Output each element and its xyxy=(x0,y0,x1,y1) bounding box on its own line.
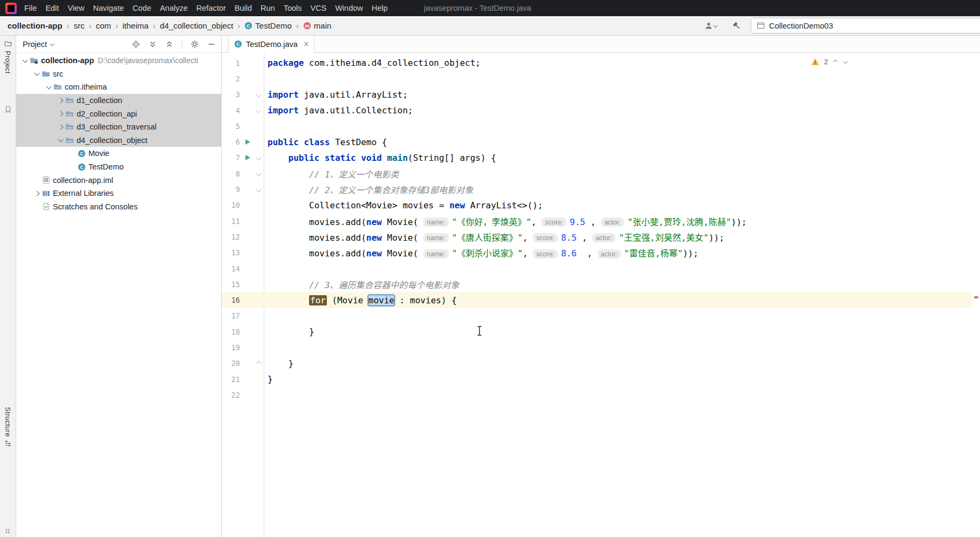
stripe-structure-button[interactable]: Structure xyxy=(0,407,16,447)
stripe-project-button[interactable]: Project xyxy=(0,40,16,74)
error-stripe-scrollbar[interactable] xyxy=(972,53,980,537)
prev-warning-button[interactable] xyxy=(833,59,838,65)
menu-item-edit[interactable]: Edit xyxy=(41,0,63,16)
tree-chevron[interactable] xyxy=(20,59,29,62)
code-text[interactable]: public static void main(String[] args) { xyxy=(264,153,496,163)
next-warning-button[interactable] xyxy=(843,60,848,64)
code-text[interactable]: public class TestDemo { xyxy=(264,137,387,147)
code-text[interactable]: movies.add(new Movie( name:"《唐人街探案》", sc… xyxy=(264,230,724,243)
close-tab-icon[interactable]: × xyxy=(304,40,309,49)
code-text[interactable]: movies.add(new Movie( name:"《刺杀小说家》", sc… xyxy=(264,246,698,259)
code-token: // 2、定义一个集合对象存储3部电影对象 xyxy=(309,185,473,195)
tree-item-src[interactable]: src xyxy=(16,67,221,81)
code-text[interactable]: // 3、遍历集合容器中的每个电影对象 xyxy=(264,278,460,291)
run-gutter[interactable] xyxy=(242,155,253,160)
menu-item-vcs[interactable]: VCS xyxy=(306,0,331,16)
menu-item-help[interactable]: Help xyxy=(367,0,392,16)
code-text[interactable]: } xyxy=(264,358,293,369)
breadcrumb-item-main[interactable]: mmain xyxy=(303,21,332,30)
fold-down-icon xyxy=(256,171,261,176)
breadcrumb-item-src[interactable]: src xyxy=(74,21,85,30)
tree-chevron[interactable] xyxy=(44,86,53,89)
tree-item-d4-collection-object[interactable]: d4_collection_object xyxy=(16,134,221,147)
build-project-button[interactable] xyxy=(732,16,742,36)
code-text[interactable]: for (Movie movie : movies) { xyxy=(264,295,457,305)
tree-item-d3-collection-traversal[interactable]: d3_collection_traversal xyxy=(16,120,221,134)
chevron-right-icon xyxy=(58,124,63,130)
code-token: com.itheima.d4_collection_object; xyxy=(304,58,481,68)
code-text[interactable]: // 2、定义一个集合对象存储3部电影对象 xyxy=(264,183,473,196)
tree-chevron[interactable] xyxy=(56,125,65,129)
tree-item-testdemo[interactable]: CTestDemo xyxy=(16,160,221,174)
tree-chevron[interactable] xyxy=(56,112,65,115)
intellij-logo-icon[interactable] xyxy=(5,3,17,14)
line-number: 5 xyxy=(222,122,242,131)
code-token: , xyxy=(585,217,601,227)
code-token: , xyxy=(523,248,533,259)
run-gutter[interactable] xyxy=(242,139,253,145)
error-stripe-mark[interactable] xyxy=(974,296,978,298)
stripe-grid-icon[interactable] xyxy=(0,528,16,535)
user-menu-button[interactable] xyxy=(704,16,717,36)
run-config-name: CollectionDemo03 xyxy=(769,22,833,30)
run-configuration-select[interactable]: CollectionDemo03 xyxy=(751,18,980,33)
tree-item-d1-collection[interactable]: d1_collection xyxy=(16,94,221,107)
tree-chevron[interactable] xyxy=(56,99,65,103)
editor-body[interactable]: 1package com.itheima.d4_collection_objec… xyxy=(222,53,980,537)
tree-chevron[interactable] xyxy=(32,72,41,75)
breadcrumb-item-d4_collection_object[interactable]: d4_collection_object xyxy=(160,21,233,30)
fold-gutter[interactable] xyxy=(253,172,264,175)
expand-all-button[interactable] xyxy=(148,40,157,49)
tree-item-d2-collection-api[interactable]: d2_collection_api xyxy=(16,107,221,120)
tree-chevron[interactable] xyxy=(32,192,41,195)
code-text[interactable]: Collection<Movie> movies = new ArrayList… xyxy=(264,200,543,210)
menu-item-refactor[interactable]: Refactor xyxy=(192,0,230,16)
code-text[interactable]: import java.util.ArrayList; xyxy=(264,90,408,100)
code-text[interactable]: import java.util.Collection; xyxy=(264,105,413,115)
code-text[interactable]: // 1、定义一个电影类 xyxy=(264,167,399,180)
tree-item-collection-app[interactable]: collection-appD:\code\javasepromax\colle… xyxy=(16,54,221,67)
tab-testdemo-java[interactable]: C TestDemo.java × xyxy=(228,36,314,53)
breadcrumb-item-itheima[interactable]: itheima xyxy=(122,21,148,30)
fold-gutter[interactable] xyxy=(253,93,264,97)
code-text[interactable]: } xyxy=(264,327,314,337)
menu-item-view[interactable]: View xyxy=(63,0,88,16)
collapse-all-button[interactable] xyxy=(165,40,174,49)
settings-button[interactable] xyxy=(190,40,199,49)
code-text[interactable]: movies.add(new Movie( name:"《你好，李焕英》", s… xyxy=(264,215,747,228)
menu-item-window[interactable]: Window xyxy=(331,0,367,16)
code-line-12: 12 movies.add(new Movie( name:"《唐人街探案》",… xyxy=(222,229,972,244)
menu-item-tools[interactable]: Tools xyxy=(279,0,306,16)
menu-item-analyze[interactable]: Analyze xyxy=(155,0,192,16)
breadcrumb-item-collection-app[interactable]: collection-app xyxy=(8,21,63,30)
fold-gutter[interactable] xyxy=(253,362,264,365)
fold-gutter[interactable] xyxy=(253,156,264,160)
fold-gutter[interactable] xyxy=(253,108,264,112)
tree-item-collection-app-iml[interactable]: collection-app.iml xyxy=(16,173,221,187)
code-token: "《你好，李焕英》" xyxy=(452,217,531,227)
fold-gutter[interactable] xyxy=(253,188,264,192)
hide-button[interactable] xyxy=(207,40,216,49)
tree-item-com-itheima[interactable]: com.itheima xyxy=(16,80,221,94)
menu-item-code[interactable]: Code xyxy=(128,0,156,16)
menu-item-run[interactable]: Run xyxy=(256,0,279,16)
code-text[interactable]: package com.itheima.d4_collection_object… xyxy=(264,58,481,68)
project-view-selector[interactable]: Project xyxy=(23,40,54,49)
menu-item-build[interactable]: Build xyxy=(230,0,256,16)
mouse-cursor-ibeam xyxy=(476,325,483,338)
code-token: "王宝强,刘昊然,美女" xyxy=(619,233,709,243)
breadcrumb-item-com[interactable]: com xyxy=(96,21,111,30)
code-token: , xyxy=(577,248,598,259)
package-icon xyxy=(65,136,74,145)
tree-item-movie[interactable]: CMovie xyxy=(16,147,221,160)
menu-item-navigate[interactable]: Navigate xyxy=(89,0,128,16)
tree-item-external-libraries[interactable]: External Libraries xyxy=(16,187,221,200)
code-text[interactable]: } xyxy=(264,374,273,384)
breadcrumb-label: TestDemo xyxy=(255,21,292,30)
breadcrumb-item-testdemo[interactable]: CTestDemo xyxy=(244,21,292,30)
locate-button[interactable] xyxy=(132,40,140,49)
menu-item-file[interactable]: File xyxy=(20,0,41,16)
bookmarks-tool-button[interactable] xyxy=(0,106,16,113)
tree-chevron[interactable] xyxy=(56,139,65,141)
tree-item-scratches-and-consoles[interactable]: Scratches and Consoles xyxy=(16,200,221,214)
